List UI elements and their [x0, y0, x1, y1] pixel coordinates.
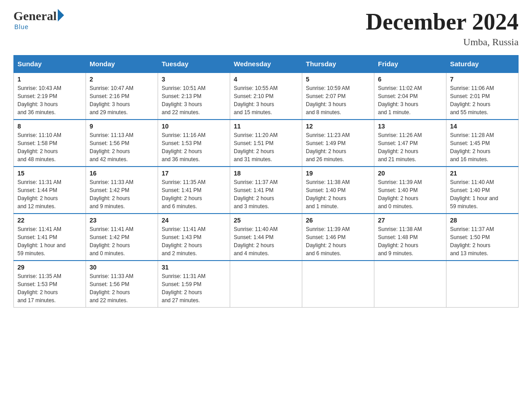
- calendar-cell: 6Sunrise: 11:02 AM Sunset: 2:04 PM Dayli…: [374, 73, 446, 120]
- calendar-cell: 28Sunrise: 11:37 AM Sunset: 1:50 PM Dayl…: [446, 214, 519, 261]
- title-block: December 2024 Umba, Russia: [366, 9, 519, 48]
- weekday-header: Sunday: [14, 56, 86, 73]
- page-header: General Blue December 2024 Umba, Russia: [13, 9, 519, 48]
- day-number: 30: [90, 264, 154, 271]
- calendar-cell: 23Sunrise: 11:41 AM Sunset: 1:42 PM Dayl…: [86, 214, 158, 261]
- weekday-header: Thursday: [302, 56, 374, 73]
- day-number: 22: [17, 217, 82, 224]
- day-info: Sunrise: 11:31 AM Sunset: 1:44 PM Daylig…: [17, 178, 82, 210]
- calendar-cell: 22Sunrise: 11:41 AM Sunset: 1:41 PM Dayl…: [14, 214, 86, 261]
- calendar-cell: 12Sunrise: 11:23 AM Sunset: 1:49 PM Dayl…: [302, 120, 374, 167]
- day-info: Sunrise: 11:37 AM Sunset: 1:41 PM Daylig…: [234, 178, 298, 210]
- day-info: Sunrise: 10:47 AM Sunset: 2:16 PM Daylig…: [90, 84, 154, 116]
- day-info: Sunrise: 11:10 AM Sunset: 1:58 PM Daylig…: [17, 131, 82, 163]
- day-info: Sunrise: 11:39 AM Sunset: 1:40 PM Daylig…: [378, 178, 442, 210]
- calendar-cell: [374, 261, 446, 308]
- day-number: 15: [17, 170, 82, 177]
- calendar-cell: 13Sunrise: 11:26 AM Sunset: 1:47 PM Dayl…: [374, 120, 446, 167]
- day-info: Sunrise: 11:37 AM Sunset: 1:50 PM Daylig…: [450, 225, 515, 257]
- calendar-week-row: 8Sunrise: 11:10 AM Sunset: 1:58 PM Dayli…: [14, 120, 519, 167]
- day-number: 25: [234, 217, 298, 224]
- calendar-cell: 11Sunrise: 11:20 AM Sunset: 1:51 PM Dayl…: [230, 120, 302, 167]
- day-info: Sunrise: 11:06 AM Sunset: 2:01 PM Daylig…: [450, 84, 515, 116]
- weekday-header: Friday: [374, 56, 446, 73]
- day-number: 16: [90, 170, 154, 177]
- calendar-cell: [446, 261, 519, 308]
- weekday-header-row: SundayMondayTuesdayWednesdayThursdayFrid…: [14, 56, 519, 73]
- day-number: 5: [306, 76, 370, 83]
- day-info: Sunrise: 11:23 AM Sunset: 1:49 PM Daylig…: [306, 131, 370, 163]
- day-info: Sunrise: 11:41 AM Sunset: 1:43 PM Daylig…: [162, 225, 226, 257]
- weekday-header: Tuesday: [158, 56, 230, 73]
- day-info: Sunrise: 11:38 AM Sunset: 1:40 PM Daylig…: [306, 178, 370, 210]
- day-number: 7: [450, 76, 515, 83]
- logo: General Blue: [13, 9, 64, 30]
- day-number: 9: [90, 123, 154, 130]
- day-info: Sunrise: 11:33 AM Sunset: 1:42 PM Daylig…: [90, 178, 154, 210]
- day-number: 24: [162, 217, 226, 224]
- day-number: 26: [306, 217, 370, 224]
- calendar-cell: 15Sunrise: 11:31 AM Sunset: 1:44 PM Dayl…: [14, 167, 86, 214]
- day-number: 12: [306, 123, 370, 130]
- calendar-cell: 8Sunrise: 11:10 AM Sunset: 1:58 PM Dayli…: [14, 120, 86, 167]
- calendar-cell: 19Sunrise: 11:38 AM Sunset: 1:40 PM Dayl…: [302, 167, 374, 214]
- day-info: Sunrise: 11:26 AM Sunset: 1:47 PM Daylig…: [378, 131, 442, 163]
- day-number: 21: [450, 170, 515, 177]
- day-number: 8: [17, 123, 82, 130]
- calendar-week-row: 1Sunrise: 10:43 AM Sunset: 2:19 PM Dayli…: [14, 73, 519, 120]
- calendar-cell: 31Sunrise: 11:31 AM Sunset: 1:59 PM Dayl…: [158, 261, 230, 308]
- calendar-cell: 27Sunrise: 11:38 AM Sunset: 1:48 PM Dayl…: [374, 214, 446, 261]
- calendar-cell: 25Sunrise: 11:40 AM Sunset: 1:44 PM Dayl…: [230, 214, 302, 261]
- day-info: Sunrise: 11:35 AM Sunset: 1:41 PM Daylig…: [162, 178, 226, 210]
- calendar-cell: 29Sunrise: 11:35 AM Sunset: 1:53 PM Dayl…: [14, 261, 86, 308]
- day-info: Sunrise: 11:41 AM Sunset: 1:41 PM Daylig…: [17, 225, 82, 257]
- day-info: Sunrise: 10:43 AM Sunset: 2:19 PM Daylig…: [17, 84, 82, 116]
- calendar-subtitle: Umba, Russia: [366, 36, 519, 48]
- calendar-cell: 24Sunrise: 11:41 AM Sunset: 1:43 PM Dayl…: [158, 214, 230, 261]
- day-info: Sunrise: 10:51 AM Sunset: 2:13 PM Daylig…: [162, 84, 226, 116]
- day-number: 11: [234, 123, 298, 130]
- day-info: Sunrise: 11:31 AM Sunset: 1:59 PM Daylig…: [162, 272, 226, 304]
- day-info: Sunrise: 11:20 AM Sunset: 1:51 PM Daylig…: [234, 131, 298, 163]
- day-info: Sunrise: 11:38 AM Sunset: 1:48 PM Daylig…: [378, 225, 442, 257]
- day-number: 3: [162, 76, 226, 83]
- day-number: 28: [450, 217, 515, 224]
- calendar-cell: 30Sunrise: 11:33 AM Sunset: 1:56 PM Dayl…: [86, 261, 158, 308]
- day-number: 20: [378, 170, 442, 177]
- day-info: Sunrise: 10:59 AM Sunset: 2:07 PM Daylig…: [306, 84, 370, 116]
- day-info: Sunrise: 11:33 AM Sunset: 1:56 PM Daylig…: [90, 272, 154, 304]
- calendar-cell: 4Sunrise: 10:55 AM Sunset: 2:10 PM Dayli…: [230, 73, 302, 120]
- day-number: 10: [162, 123, 226, 130]
- day-number: 1: [17, 76, 82, 83]
- logo-general-text: General: [13, 9, 56, 23]
- day-number: 31: [162, 264, 226, 271]
- calendar-cell: 10Sunrise: 11:16 AM Sunset: 1:53 PM Dayl…: [158, 120, 230, 167]
- weekday-header: Wednesday: [230, 56, 302, 73]
- calendar-cell: 17Sunrise: 11:35 AM Sunset: 1:41 PM Dayl…: [158, 167, 230, 214]
- calendar-cell: 3Sunrise: 10:51 AM Sunset: 2:13 PM Dayli…: [158, 73, 230, 120]
- day-info: Sunrise: 11:40 AM Sunset: 1:40 PM Daylig…: [450, 178, 515, 210]
- day-number: 2: [90, 76, 154, 83]
- calendar-cell: 14Sunrise: 11:28 AM Sunset: 1:45 PM Dayl…: [446, 120, 519, 167]
- calendar-cell: 21Sunrise: 11:40 AM Sunset: 1:40 PM Dayl…: [446, 167, 519, 214]
- calendar-cell: 7Sunrise: 11:06 AM Sunset: 2:01 PM Dayli…: [446, 73, 519, 120]
- calendar-cell: 20Sunrise: 11:39 AM Sunset: 1:40 PM Dayl…: [374, 167, 446, 214]
- day-info: Sunrise: 11:35 AM Sunset: 1:53 PM Daylig…: [17, 272, 82, 304]
- weekday-header: Saturday: [446, 56, 519, 73]
- day-number: 6: [378, 76, 442, 83]
- day-number: 23: [90, 217, 154, 224]
- day-number: 14: [450, 123, 515, 130]
- day-info: Sunrise: 11:02 AM Sunset: 2:04 PM Daylig…: [378, 84, 442, 116]
- day-info: Sunrise: 10:55 AM Sunset: 2:10 PM Daylig…: [234, 84, 298, 116]
- calendar-cell: 1Sunrise: 10:43 AM Sunset: 2:19 PM Dayli…: [14, 73, 86, 120]
- calendar-title: December 2024: [366, 9, 519, 34]
- calendar-week-row: 22Sunrise: 11:41 AM Sunset: 1:41 PM Dayl…: [14, 214, 519, 261]
- calendar-cell: 18Sunrise: 11:37 AM Sunset: 1:41 PM Dayl…: [230, 167, 302, 214]
- day-number: 4: [234, 76, 298, 83]
- day-number: 27: [378, 217, 442, 224]
- calendar-cell: [230, 261, 302, 308]
- day-info: Sunrise: 11:13 AM Sunset: 1:56 PM Daylig…: [90, 131, 154, 163]
- logo-blue-text: Blue: [14, 23, 29, 30]
- day-info: Sunrise: 11:39 AM Sunset: 1:46 PM Daylig…: [306, 225, 370, 257]
- day-number: 18: [234, 170, 298, 177]
